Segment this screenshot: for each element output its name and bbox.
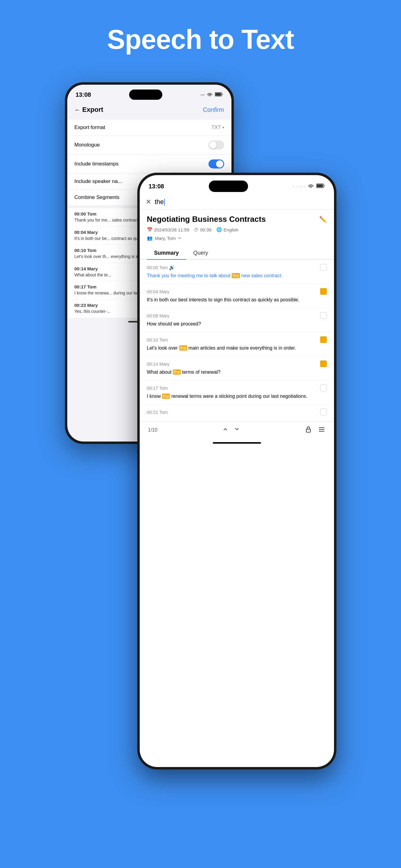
export-format-row: Export format TXT ▾ <box>67 120 231 135</box>
home-bar-front <box>213 442 261 444</box>
conv-text-4: What about the terms of renewal? <box>147 369 327 376</box>
search-query-text: the <box>155 198 164 206</box>
conv-header-0: 00:00 Tom 🔊 <box>147 264 327 271</box>
highlight-the-3: the <box>179 345 187 350</box>
conv-time-3: 00:10 Tom <box>147 337 168 342</box>
speakers-row: 👥 Mary, Tom ✏ <box>140 234 334 244</box>
status-bar-back: 13:08 ···· <box>67 85 231 100</box>
conv-text-0: Thank you for meeting me to talk about t… <box>147 272 327 279</box>
time-front: 13:08 <box>149 183 164 190</box>
menu-lines-icon[interactable] <box>318 426 325 434</box>
timestamps-label: Include timestamps <box>75 161 119 167</box>
clock-icon: ⏱ <box>194 227 199 232</box>
back-button[interactable]: ← Export <box>75 106 104 114</box>
conv-text-2: How should we proceed? <box>147 320 327 328</box>
speaker-label: Include speaker na... <box>75 179 122 184</box>
svg-rect-3 <box>317 184 323 187</box>
speaker-indicator-0 <box>320 264 327 271</box>
highlight-the-4: the <box>173 370 181 375</box>
timestamps-row: Include timestamps <box>67 155 231 174</box>
date-value: 2024/03/26 11:59 <box>154 227 190 232</box>
toolbar-icons <box>305 426 325 434</box>
conv-time-2: 00:08 Mary <box>147 313 170 318</box>
edit-icon[interactable]: ✏️ <box>319 216 327 223</box>
conv-entry-6: 00:21 Tom <box>140 404 334 421</box>
conversation-list: 00:00 Tom 🔊 Thank you for meeting me to … <box>140 260 334 421</box>
tab-summary[interactable]: Summary <box>147 247 186 259</box>
confirm-button[interactable]: Confirm <box>203 106 224 113</box>
battery-icon-front <box>316 184 325 189</box>
monologue-row: Monologue <box>67 135 231 155</box>
page-indicator: 1/10 <box>148 427 157 433</box>
search-cursor <box>164 199 165 206</box>
status-icons-front: · · · · <box>293 184 325 189</box>
conv-time-1: 00:04 Mary <box>147 289 170 294</box>
battery-icon-back <box>215 92 223 97</box>
speaker-indicator-3 <box>320 336 327 343</box>
close-search-button[interactable]: ✕ <box>146 198 151 206</box>
speaker-indicator-2 <box>320 312 327 319</box>
dynamic-island-back <box>129 90 162 100</box>
speaker-indicator-1 <box>320 288 327 295</box>
speakers-icon: 👥 <box>147 236 153 241</box>
lock-scroll-icon[interactable] <box>305 426 312 434</box>
combine-label: Combine Segments <box>75 194 119 200</box>
date-meta: 📅 2024/03/26 11:59 <box>147 227 190 232</box>
conv-time-0: 00:00 Tom 🔊 <box>147 265 175 270</box>
wifi-icon-front <box>308 184 314 189</box>
status-bar-front: 13:08 · · · · <box>140 175 334 194</box>
conv-time-5: 00:17 Tom <box>147 385 168 391</box>
conv-entry-1: 00:04 Mary It's in both our best interes… <box>140 284 334 308</box>
tab-query-label: Query <box>193 250 208 256</box>
search-bar: ✕ the <box>140 194 334 210</box>
conv-text-3: Let's look over the main articles and ma… <box>147 344 327 352</box>
svg-rect-1 <box>216 93 221 96</box>
timestamps-toggle[interactable] <box>208 159 224 168</box>
conv-entry-4: 00:14 Mary What about the terms of renew… <box>140 356 334 380</box>
highlight-the-0: the <box>232 273 239 278</box>
monologue-label: Monologue <box>75 142 100 148</box>
phones-container: 13:08 ···· ← Export Confi <box>65 82 337 775</box>
export-title: Export <box>82 106 104 114</box>
conv-header-3: 00:10 Tom <box>147 336 327 343</box>
dynamic-island-front <box>209 181 248 192</box>
format-dropdown[interactable]: TXT ▾ <box>211 124 224 130</box>
conv-text-1: It's in both our best interests to sign … <box>147 296 327 304</box>
record-title-bar: Negotiating Business Contracts ✏️ <box>140 210 334 226</box>
language-meta: 🌐 English <box>216 227 238 232</box>
search-input[interactable]: the <box>155 198 328 206</box>
speaker-indicator-5 <box>320 384 327 391</box>
globe-icon: 🌐 <box>216 227 222 232</box>
time-back: 13:08 <box>76 91 91 98</box>
duration-value: 00:39 <box>200 227 211 232</box>
tab-query[interactable]: Query <box>186 247 216 259</box>
conv-time-6: 00:21 Tom <box>147 410 168 415</box>
wifi-icon-back <box>207 92 212 97</box>
record-title: Negotiating Business Contracts <box>147 215 319 224</box>
status-icons-back: ···· <box>200 92 223 97</box>
export-header: ← Export Confirm <box>67 100 231 117</box>
conv-entry-3: 00:10 Tom Let's look over the main artic… <box>140 332 334 356</box>
signal-icon-back: ···· <box>200 93 205 97</box>
nav-arrows <box>222 426 240 434</box>
nav-down-button[interactable] <box>233 426 240 434</box>
conv-header-6: 00:21 Tom <box>147 409 327 415</box>
export-format-label: Export format <box>75 124 105 130</box>
speaker-indicator-6 <box>320 409 327 415</box>
speakers-edit-icon[interactable]: ✏ <box>178 236 182 241</box>
conv-header-1: 00:04 Mary <box>147 288 327 295</box>
nav-up-button[interactable] <box>222 426 229 434</box>
phone-front: 13:08 · · · · ✕ the <box>137 173 337 770</box>
signal-dots-icon: · · · · <box>293 184 305 189</box>
conv-header-2: 00:08 Mary <box>147 312 327 319</box>
meta-row: 📅 2024/03/26 11:59 ⏱ 00:39 🌐 English <box>140 226 334 234</box>
conv-header-4: 00:14 Mary <box>147 361 327 367</box>
language-value: English <box>224 227 238 232</box>
calendar-icon: 📅 <box>147 227 153 232</box>
play-icon-0[interactable]: 🔊 <box>169 265 175 270</box>
conv-entry-5: 00:17 Tom I know the renewal terms were … <box>140 380 334 404</box>
tabs-row: Summary Query <box>140 244 334 260</box>
phone-front-screen: 13:08 · · · · ✕ the <box>140 175 334 767</box>
conv-header-5: 00:17 Tom <box>147 384 327 391</box>
monologue-toggle[interactable] <box>208 141 224 150</box>
